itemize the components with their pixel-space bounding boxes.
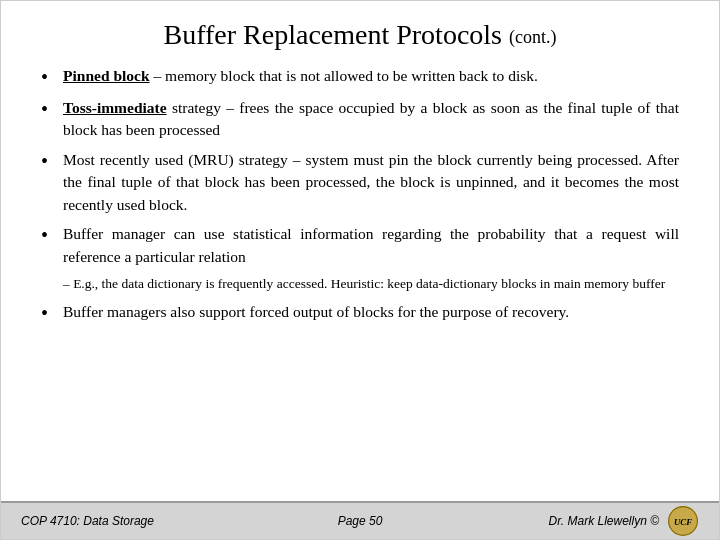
list-item: • Buffer managers also support forced ou…: [41, 301, 679, 326]
footer: COP 4710: Data Storage Page 50 Dr. Mark …: [1, 501, 719, 539]
footer-center: Page 50: [247, 514, 473, 528]
toss-immediate-label: Toss-immediate: [63, 99, 167, 116]
bullet-text: Buffer managers also support forced outp…: [63, 301, 679, 323]
main-content: Buffer Replacement Protocols (cont.) • P…: [1, 1, 719, 501]
list-item: • Pinned block – memory block that is no…: [41, 65, 679, 90]
bullet-1-rest: – memory block that is not allowed to be…: [150, 67, 538, 84]
ucf-logo: UCF: [667, 505, 699, 537]
list-item: • Toss-immediate strategy – frees the sp…: [41, 97, 679, 142]
footer-left: COP 4710: Data Storage: [21, 514, 247, 528]
footer-right: Dr. Mark Llewellyn © UCF: [473, 505, 699, 537]
bullet-dot: •: [41, 222, 63, 248]
title-main: Buffer Replacement Protocols: [164, 19, 503, 50]
slide-title: Buffer Replacement Protocols (cont.): [41, 19, 679, 51]
slide: Buffer Replacement Protocols (cont.) • P…: [0, 0, 720, 540]
list-item: • Buffer manager can use statistical inf…: [41, 223, 679, 268]
bullet-list: • Pinned block – memory block that is no…: [41, 65, 679, 333]
list-item: – E.g., the data dictionary is frequentl…: [41, 275, 679, 294]
svg-text:UCF: UCF: [674, 517, 692, 527]
bullet-dot: •: [41, 64, 63, 90]
bullet-dot: •: [41, 300, 63, 326]
footer-right-text: Dr. Mark Llewellyn ©: [549, 514, 659, 528]
list-item: • Most recently used (MRU) strategy – sy…: [41, 149, 679, 216]
pinned-block-label: Pinned block: [63, 67, 150, 84]
bullet-dot: •: [41, 96, 63, 122]
bullet-dot: •: [41, 148, 63, 174]
title-cont: (cont.): [509, 27, 556, 47]
bullet-text: Buffer manager can use statistical infor…: [63, 223, 679, 268]
bullet-text: Pinned block – memory block that is not …: [63, 65, 679, 87]
bullet-text: Toss-immediate strategy – frees the spac…: [63, 97, 679, 142]
bullet-text: Most recently used (MRU) strategy – syst…: [63, 149, 679, 216]
sub-bullet: – E.g., the data dictionary is frequentl…: [63, 275, 679, 294]
